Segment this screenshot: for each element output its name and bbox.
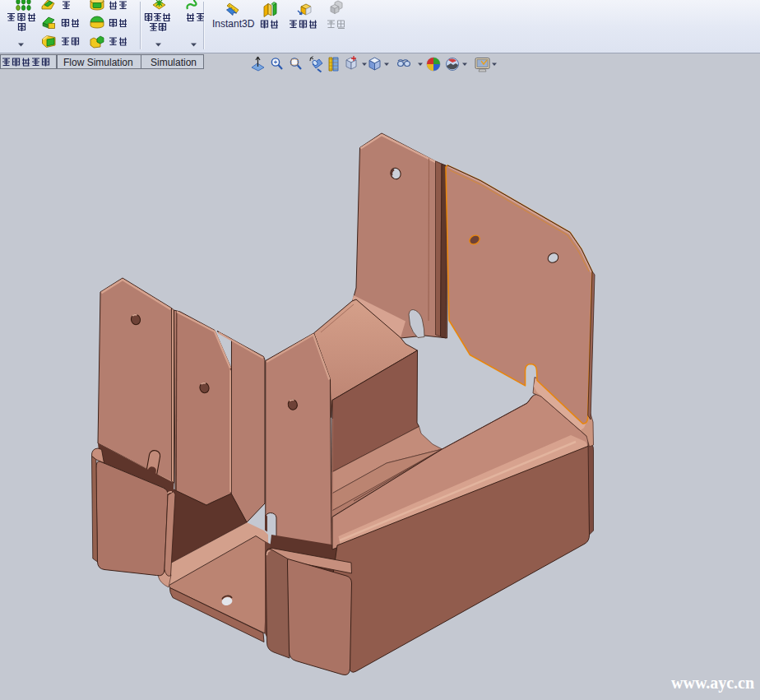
svg-text:Simulation: Simulation bbox=[151, 57, 197, 68]
svg-text:Flow Simulation: Flow Simulation bbox=[63, 57, 133, 68]
svg-text:Instant3D: Instant3D bbox=[212, 18, 255, 30]
svg-text:www.ayc.cn: www.ayc.cn bbox=[671, 674, 754, 693]
